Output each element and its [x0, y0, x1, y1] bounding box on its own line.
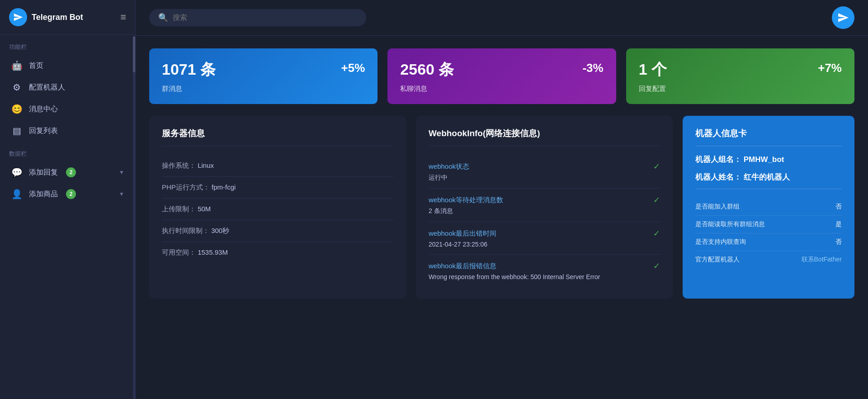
sidebar-item-add-reply-label: 添加回复: [29, 168, 58, 177]
sidebar-logo: Telegram Bot: [9, 8, 83, 26]
bot-attr-label: 是否支持内联查询: [695, 238, 746, 246]
webhook-items: webhook状态 ✓ 运行中 webhook等待处理消息数 ✓ 2 条消息 w…: [429, 155, 660, 287]
server-value: 300秒: [209, 227, 229, 234]
bot-attr-label: 是否能读取所有群组消息: [695, 220, 765, 228]
search-icon: 🔍: [158, 13, 168, 23]
sidebar: Telegram Bot ≡ 功能栏 🤖 首页 ⚙ 配置机器人 😊 消息中心 ▤…: [0, 0, 136, 399]
stat-main-reply: 1 个 +7%: [639, 59, 842, 80]
server-item: 执行时间限制： 300秒: [162, 220, 393, 242]
sidebar-item-message-label: 消息中心: [29, 104, 58, 114]
section-label-data: 数据栏: [0, 142, 135, 162]
server-value: 50M: [196, 205, 211, 213]
bot-group-name-value: PMHW_bot: [744, 155, 784, 164]
sidebar-nav: 功能栏 🤖 首页 ⚙ 配置机器人 😊 消息中心 ▤ 回复列表 数据栏 💬 添加回…: [0, 35, 135, 399]
sidebar-item-reply-list[interactable]: ▤ 回复列表: [0, 120, 135, 142]
bot-group-name-label: 机器人组名：: [695, 155, 741, 164]
webhook-value: 2 条消息: [429, 207, 660, 215]
webhook-value: 2021-04-27 23:25:06: [429, 241, 660, 248]
stat-value-private: 2560 条: [400, 59, 454, 80]
bot-attr-label: 是否能加入群组: [695, 203, 740, 211]
bot-attr-value[interactable]: 联系BotFather: [802, 256, 842, 264]
webhook-value: Wrong response from the webhook: 500 Int…: [429, 273, 660, 280]
server-item: 可用空间： 1535.93M: [162, 242, 393, 263]
server-value: Linux: [196, 162, 214, 169]
config-icon: ⚙: [11, 82, 23, 93]
webhook-check-icon: ✓: [653, 261, 660, 271]
webhook-item: webhook状态 ✓ 运行中: [429, 155, 660, 189]
sidebar-item-add-product[interactable]: 👤 添加商品 2 ▼: [0, 183, 135, 205]
stat-main-private: 2560 条 -3%: [400, 59, 603, 80]
search-bar[interactable]: 🔍: [149, 9, 366, 26]
sidebar-scrollbar-thumb[interactable]: [133, 36, 135, 72]
webhook-label: webhook等待处理消息数 ✓: [429, 195, 660, 205]
stat-value-group: 1071 条: [162, 59, 216, 80]
stat-label-reply: 回复配置: [639, 85, 842, 93]
sidebar-item-config-label: 配置机器人: [29, 83, 65, 92]
webhook-info-panel: WebhookInfo(网络连接信息) webhook状态 ✓ 运行中 webh…: [416, 116, 673, 299]
bot-info-panel: 机器人信息卡 机器人组名： PMHW_bot 机器人姓名： 红牛的机器人 是否能…: [683, 116, 854, 299]
server-key: PHP运行方式：: [162, 183, 210, 191]
add-product-expand-icon[interactable]: ▼: [119, 191, 124, 197]
server-item: 上传限制： 50M: [162, 199, 393, 220]
topbar-telegram-icon[interactable]: [832, 6, 854, 29]
hamburger-button[interactable]: ≡: [120, 11, 126, 23]
stat-card-reply-config: 1 个 +7% 回复配置: [626, 48, 854, 104]
message-icon: 😊: [11, 104, 23, 114]
server-key: 操作系统：: [162, 162, 196, 169]
stat-main-group: 1071 条 +5%: [162, 59, 365, 80]
bot-name-value: 红牛的机器人: [744, 173, 790, 181]
bot-group-name: 机器人组名： PMHW_bot: [695, 154, 842, 165]
bot-attrs: 是否能加入群组 否 是否能读取所有群组消息 是 是否支持内联查询 否 官方配置机…: [695, 198, 842, 268]
sidebar-item-add-reply[interactable]: 💬 添加回复 2 ▼: [0, 162, 135, 183]
server-item: PHP运行方式： fpm-fcgi: [162, 177, 393, 199]
sidebar-item-home[interactable]: 🤖 首页: [0, 55, 135, 76]
server-info-title: 服务器信息: [162, 128, 393, 146]
webhook-label-text: webhook等待处理消息数: [429, 196, 503, 204]
server-items: 操作系统： LinuxPHP运行方式： fpm-fcgi上传限制： 50M执行时…: [162, 155, 393, 263]
bot-attr-value: 否: [835, 238, 842, 246]
stats-row: 1071 条 +5% 群消息 2560 条 -3% 私聊消息 1 个 +7% 回…: [149, 48, 854, 104]
bot-name: 机器人姓名： 红牛的机器人: [695, 172, 842, 189]
sidebar-item-message-center[interactable]: 😊 消息中心: [0, 98, 135, 120]
bot-name-label: 机器人姓名：: [695, 173, 741, 181]
server-key: 执行时间限制：: [162, 227, 209, 234]
webhook-info-title: WebhookInfo(网络连接信息): [429, 128, 660, 146]
stat-label-group: 群消息: [162, 85, 365, 93]
sidebar-header: Telegram Bot ≡: [0, 0, 135, 35]
sidebar-item-config-bot[interactable]: ⚙ 配置机器人: [0, 76, 135, 98]
telegram-logo-icon: [9, 8, 27, 26]
webhook-item: webhook最后出错时间 ✓ 2021-04-27 23:25:06: [429, 222, 660, 255]
sidebar-item-home-label: 首页: [29, 61, 43, 71]
webhook-label-text: webhook状态: [429, 162, 469, 171]
webhook-label-text: webhook最后报错信息: [429, 262, 496, 271]
webhook-item: webhook最后报错信息 ✓ Wrong response from the …: [429, 255, 660, 287]
bot-attr: 官方配置机器人 联系BotFather: [695, 251, 842, 268]
webhook-label-text: webhook最后出错时间: [429, 229, 496, 238]
webhook-label: webhook状态 ✓: [429, 162, 660, 171]
stat-change-group: +5%: [341, 61, 365, 75]
section-label-features: 功能栏: [0, 35, 135, 55]
search-input[interactable]: [173, 14, 357, 22]
server-value: 1535.93M: [196, 248, 228, 256]
stat-card-private-messages: 2560 条 -3% 私聊消息: [387, 48, 616, 104]
sidebar-item-add-product-label: 添加商品: [29, 190, 58, 199]
webhook-item: webhook等待处理消息数 ✓ 2 条消息: [429, 189, 660, 222]
stat-card-group-messages: 1071 条 +5% 群消息: [149, 48, 377, 104]
add-reply-expand-icon[interactable]: ▼: [119, 169, 124, 176]
topbar: 🔍: [136, 0, 868, 36]
stat-value-reply: 1 个: [639, 59, 667, 80]
webhook-label: webhook最后报错信息 ✓: [429, 261, 660, 271]
stat-change-private: -3%: [582, 61, 603, 75]
webhook-label: webhook最后出错时间 ✓: [429, 228, 660, 238]
webhook-check-icon: ✓: [653, 162, 660, 171]
bot-attr: 是否能读取所有群组消息 是: [695, 216, 842, 233]
sidebar-scrollbar[interactable]: [133, 36, 135, 399]
info-row: 服务器信息 操作系统： LinuxPHP运行方式： fpm-fcgi上传限制： …: [149, 116, 854, 299]
bot-attr: 是否能加入群组 否: [695, 198, 842, 216]
bot-attr-value: 否: [835, 203, 842, 211]
add-reply-badge: 2: [66, 167, 76, 177]
server-value: fpm-fcgi: [210, 183, 236, 191]
sidebar-item-reply-list-label: 回复列表: [29, 126, 58, 136]
home-icon: 🤖: [11, 60, 23, 71]
bot-attr-value: 是: [835, 220, 842, 228]
